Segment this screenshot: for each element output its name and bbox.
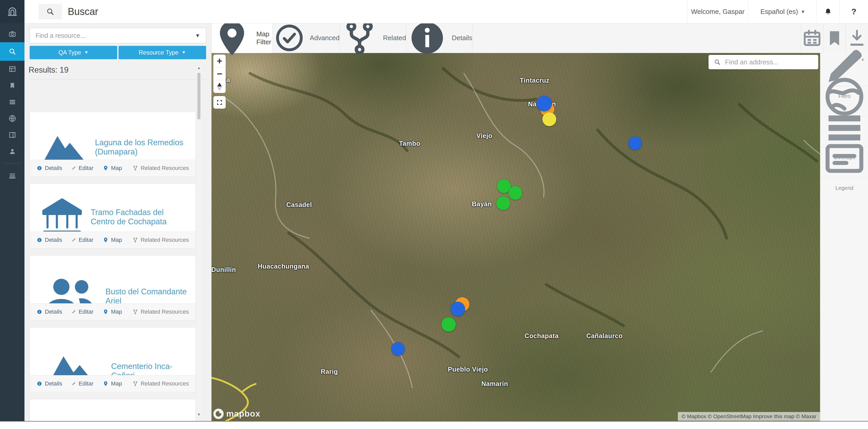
result-map-label: Map (111, 308, 122, 315)
info-circle-icon (37, 165, 42, 171)
result-map-label: Map (111, 165, 122, 171)
compass-button[interactable] (213, 80, 226, 93)
result-details-label: Details (45, 308, 62, 315)
arches-logo-icon[interactable] (0, 0, 25, 23)
columns-icon (8, 131, 17, 139)
sidebar-item-columns[interactable] (0, 127, 25, 143)
map-place-label: Tintacruz (520, 77, 549, 84)
tab-label: Related (383, 34, 406, 42)
tab-related[interactable]: Related (340, 23, 406, 53)
camera-icon (8, 30, 17, 38)
result-details-link[interactable]: Details (37, 308, 62, 315)
sidebar (0, 0, 25, 421)
map-canvas[interactable]: maraTintacruzNanViejoTamboCasadelBayánDu… (211, 53, 820, 421)
result-edit-link[interactable]: Editar (71, 308, 93, 315)
result-related-link[interactable]: Related Resources (132, 165, 189, 171)
page-title: Buscar (68, 0, 98, 23)
rail-item-label: Legend (835, 185, 853, 191)
users-icon (37, 408, 111, 421)
result-details-link[interactable]: Details (37, 380, 62, 387)
result-card: Cementerio Inca-Cañaricementerio, tumbas… (30, 327, 196, 392)
notifications-button[interactable] (816, 0, 839, 23)
result-details-link[interactable]: Details (37, 237, 62, 243)
result-related-link[interactable]: Related Resources (132, 308, 189, 315)
sidebar-item-table[interactable] (0, 61, 25, 77)
result-related-link[interactable]: Related Resources (132, 237, 189, 243)
map-marker-blue[interactable] (628, 136, 642, 150)
result-map-link[interactable]: Map (103, 308, 122, 315)
result-map-link[interactable]: Map (103, 165, 122, 171)
map-marker-green[interactable] (496, 196, 510, 210)
find-resource-select[interactable]: Find a resource... ▼ (30, 28, 206, 43)
map-place-label: Casadel (286, 201, 312, 208)
scrollbar-thumb[interactable] (197, 73, 200, 119)
result-card: Tramo Fachadas del Centro de Cochapatafa… (30, 184, 196, 249)
sidebar-item-stack[interactable] (0, 167, 25, 184)
app-window: Buscar Welcome, Gaspar Español (es) ▾ ? … (0, 0, 868, 429)
result-card: Laguna de los Remedios (Dumapara)arqueol… (30, 112, 196, 177)
code-fork-icon (132, 309, 138, 315)
map-marker-blue[interactable] (451, 302, 465, 316)
map-marker-green[interactable] (508, 186, 522, 200)
map-place-label: Bayán (472, 200, 492, 208)
scroll-down-icon[interactable]: ▼ (197, 412, 201, 418)
chevron-down-icon: ▼ (182, 50, 186, 55)
rail-scroll-up-icon[interactable]: ▲ (861, 57, 865, 61)
scroll-up-icon[interactable]: ▲ (197, 65, 201, 71)
result-title: Laguna de los Remedios (Dumapara) (95, 138, 188, 157)
resource-type-button[interactable]: Resource Type ▼ (119, 46, 206, 59)
result-title: Tramo Fachadas del Centro de Cochapata (91, 208, 188, 226)
sidebar-item-user[interactable] (0, 143, 25, 160)
tab-map-filter[interactable]: Map Filter (211, 23, 273, 53)
address-placeholder: Find an address... (725, 58, 779, 66)
info-circle-icon (37, 309, 42, 315)
result-details-link[interactable]: Details (37, 165, 62, 171)
result-map-link[interactable]: Map (103, 237, 122, 243)
address-search-input[interactable]: Find an address... (709, 55, 818, 69)
sidebar-item-rows[interactable] (0, 94, 25, 110)
map-attribution[interactable]: © Mapbox © OpenStreetMap Improve this ma… (678, 412, 820, 421)
calendar-button[interactable] (801, 23, 823, 53)
result-edit-link[interactable]: Editar (71, 165, 93, 171)
qa-type-button[interactable]: QA Type ▼ (30, 46, 117, 59)
result-details-label: Details (45, 380, 62, 387)
sidebar-item-bookmark[interactable] (0, 77, 25, 94)
tab-advanced[interactable]: Advanced (273, 23, 340, 53)
map-marker-yellow[interactable] (542, 112, 556, 126)
header-right: Welcome, Gaspar Español (es) ▾ ? (687, 0, 868, 23)
zoom-out-button[interactable]: − (213, 67, 226, 80)
expand-icon (216, 99, 223, 106)
results-scrollbar[interactable]: ▲ ▼ (197, 65, 201, 418)
result-details-label: Details (45, 237, 62, 243)
check-circle-icon (273, 21, 306, 55)
help-button[interactable]: ? (839, 0, 868, 23)
sidebar-item-globe[interactable] (0, 110, 25, 127)
pencil-icon (71, 166, 76, 170)
result-edit-link[interactable]: Editar (71, 380, 93, 387)
resource-type-label: Resource Type (138, 49, 178, 56)
rail-item-legend[interactable]: Legend (820, 147, 868, 178)
map-place-label: Huacachungana (258, 263, 309, 270)
result-title-link[interactable]: Chancho y cascaritas (37, 408, 188, 421)
map-marker-green[interactable] (441, 317, 456, 332)
sidebar-item-camera[interactable] (0, 26, 25, 42)
fullscreen-button[interactable] (213, 96, 226, 109)
result-map-link[interactable]: Map (103, 380, 122, 387)
sidebar-item-search[interactable] (0, 42, 25, 61)
map-place-label: Dunillín (211, 266, 236, 273)
language-dropdown[interactable]: Español (es) ▾ (748, 0, 816, 23)
results-number: 19 (60, 65, 68, 74)
map-marker-blue[interactable] (536, 96, 552, 111)
result-related-label: Related Resources (141, 380, 189, 387)
result-related-link[interactable]: Related Resources (132, 380, 189, 387)
bell-icon (824, 8, 832, 15)
tab-details[interactable]: Details (406, 23, 472, 53)
map-tool-rail: ▲ FiltroBasemapOverlaysLegend (820, 53, 868, 421)
welcome-link[interactable]: Welcome, Gaspar (687, 0, 748, 23)
mapbox-logo[interactable]: mapbox (213, 409, 260, 419)
mapbox-icon (213, 409, 224, 419)
globe-icon (8, 114, 17, 123)
map-marker-icon (103, 165, 108, 171)
result-edit-link[interactable]: Editar (71, 237, 93, 243)
map-marker-blue[interactable] (391, 342, 405, 356)
